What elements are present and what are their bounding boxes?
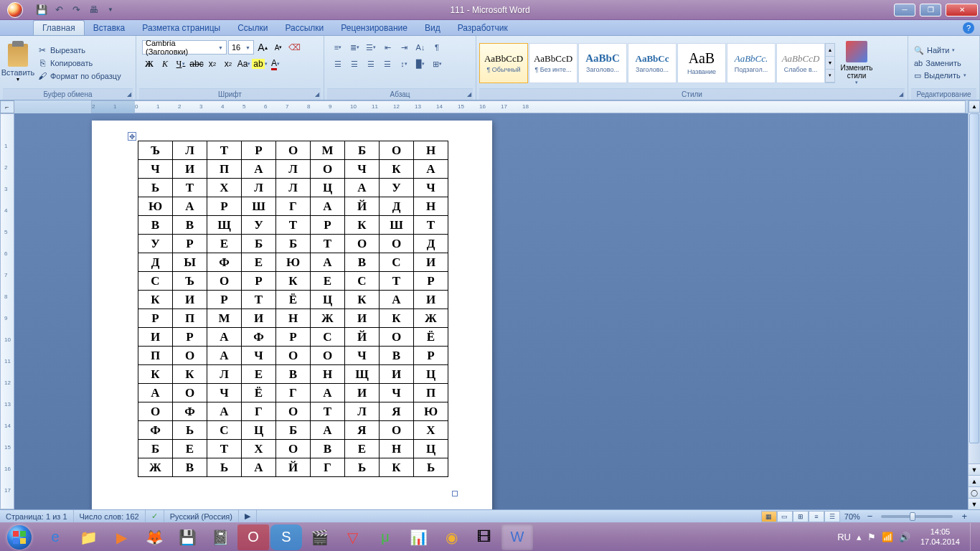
table-cell[interactable]: Л [276,160,311,179]
copy-button[interactable]: ⎘Копировать [34,57,124,69]
table-cell[interactable]: Н [414,197,448,216]
table-cell[interactable]: О [276,347,311,365]
show-marks-button[interactable]: ¶ [429,40,445,55]
styles-dialog-launcher[interactable]: ◢ [897,90,905,98]
table-cell[interactable]: Б [242,235,276,253]
table-cell[interactable]: А [311,197,345,216]
table-cell[interactable]: О [311,160,345,179]
table-cell[interactable]: Ж [414,309,448,328]
table-cell[interactable]: К [380,160,414,179]
table-cell[interactable]: Г [276,384,311,402]
save-icon[interactable]: 💾 [34,3,49,17]
table-cell[interactable]: Ш [380,216,414,235]
table-cell[interactable]: Р [242,272,276,291]
multilevel-button[interactable]: ☰▾ [363,40,379,55]
table-cell[interactable]: Т [207,141,242,160]
line-spacing-button[interactable]: ↕▾ [396,57,412,71]
taskbar-word[interactable]: W [501,524,533,550]
scroll-thumb[interactable] [969,113,979,443]
table-cell[interactable]: У [242,216,276,235]
table-cell[interactable]: И [138,328,173,347]
status-proofing[interactable]: ✓ [146,510,164,522]
table-cell[interactable]: Ю [414,402,448,421]
table-cell[interactable]: Л [207,365,242,384]
table-cell[interactable]: Р [311,216,345,235]
zoom-out-button[interactable]: − [864,511,876,522]
table-cell[interactable]: Р [207,291,242,309]
table-cell[interactable]: Е [242,365,276,384]
indent-button[interactable]: ⇥ [396,40,412,55]
table-cell[interactable]: Ъ [173,272,207,291]
zoom-slider-thumb[interactable] [910,512,915,521]
table-cell[interactable]: О [173,384,207,402]
tray-lang[interactable]: RU [837,532,851,542]
office-button[interactable] [1,0,29,20]
table-cell[interactable]: А [173,197,207,216]
table-cell[interactable]: Ф [242,328,276,347]
subscript-button[interactable]: x2 [205,57,220,71]
table-cell[interactable]: Р [173,235,207,253]
table-cell[interactable]: Й [345,197,380,216]
status-macro[interactable]: ▶ [239,510,257,522]
taskbar-skype[interactable]: S [270,524,302,550]
table-cell[interactable]: С [311,328,345,347]
undo-icon[interactable]: ↶ [52,3,66,17]
table-cell[interactable]: В [276,365,311,384]
table-cell[interactable]: Я [380,402,414,421]
print-layout-view[interactable]: ▦ [761,511,777,522]
table-cell[interactable]: Р [138,309,173,328]
minimize-button[interactable]: ─ [894,4,915,17]
table-cell[interactable]: Н [414,141,448,160]
print-icon[interactable]: 🖶 [86,3,100,17]
table-cell[interactable]: О [207,272,242,291]
taskbar-explorer[interactable]: 📁 [72,524,104,550]
table-cell[interactable]: Е [345,440,380,458]
redo-icon[interactable]: ↷ [69,3,83,17]
table-cell[interactable]: В [173,458,207,477]
draft-view[interactable]: ☰ [824,511,840,522]
scroll-up-button[interactable]: ▲ [969,100,980,113]
taskbar-mpc[interactable]: 🎞 [468,524,500,550]
style-item[interactable]: AaBbCc.Подзагол... [727,43,776,83]
word-table[interactable]: ЪЛТРОМБОНЧИПАЛОЧКАЬТХЛЛЦАУЧЮАРШГАЙДНВВЩУ… [138,141,448,477]
table-cell[interactable]: А [414,160,448,179]
table-cell[interactable]: К [380,309,414,328]
table-cell[interactable]: И [345,309,380,328]
page-container[interactable]: ✥ ЪЛТРОМБОНЧИПАЛОЧКАЬТХЛЛЦАУЧЮАРШГАЙДНВВ… [14,113,968,509]
tab-developer[interactable]: Разработчик [449,21,517,35]
table-cell[interactable]: Т [380,272,414,291]
show-desktop-button[interactable] [970,523,977,552]
change-styles-button[interactable]: Изменить стили ▾ [839,39,874,88]
table-cell[interactable]: Т [414,216,448,235]
tab-selector[interactable]: ⌐ [0,100,14,113]
clear-format-button[interactable]: ⌫ [287,40,301,55]
shading-button[interactable]: ▉▾ [413,57,428,71]
change-case-button[interactable]: Aa▾ [237,57,251,71]
table-cell[interactable]: В [173,216,207,235]
table-cell[interactable]: Б [276,235,311,253]
table-cell[interactable]: С [138,272,173,291]
table-cell[interactable]: Ч [242,347,276,365]
italic-button[interactable]: К [158,57,172,71]
table-cell[interactable]: А [311,421,345,440]
vertical-ruler[interactable]: 12345678910111213141516171819 [0,113,14,509]
clipboard-dialog-launcher[interactable]: ◢ [125,90,133,98]
table-cell[interactable]: П [414,384,448,402]
table-cell[interactable]: О [276,440,311,458]
table-cell[interactable]: Д [380,197,414,216]
table-cell[interactable]: М [311,141,345,160]
table-cell[interactable]: Ё [242,384,276,402]
page[interactable]: ✥ ЪЛТРОМБОНЧИПАЛОЧКАЬТХЛЛЦАУЧЮАРШГАЙДНВВ… [92,121,492,509]
tray-network-icon[interactable]: 📶 [882,532,893,542]
table-cell[interactable]: Ж [138,458,173,477]
table-cell[interactable]: Ь [414,458,448,477]
table-cell[interactable]: Е [311,272,345,291]
taskbar-ie[interactable]: e [39,524,71,550]
table-cell[interactable]: О [311,347,345,365]
table-cell[interactable]: В [380,347,414,365]
table-cell[interactable]: Б [345,141,380,160]
table-cell[interactable]: О [380,421,414,440]
table-cell[interactable]: Л [345,402,380,421]
table-cell[interactable]: Р [276,328,311,347]
taskbar-app3[interactable]: 🎬 [303,524,335,550]
